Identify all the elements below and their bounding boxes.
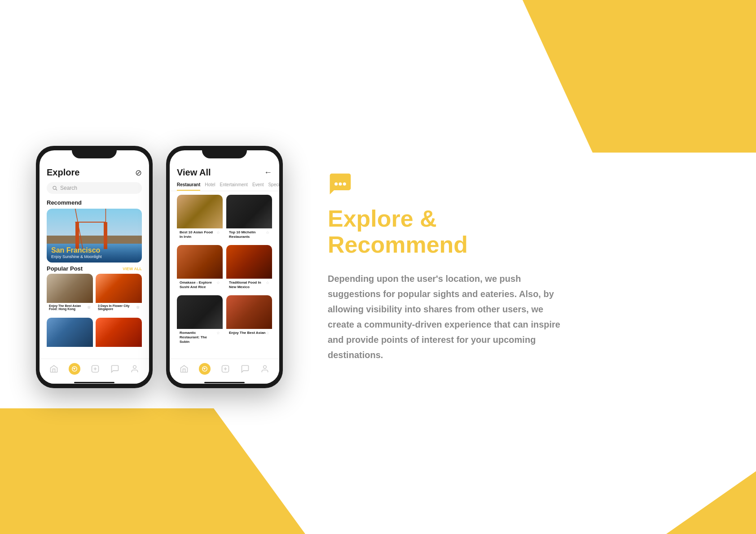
recommend-label: Recommend bbox=[40, 197, 149, 209]
bottom-nav-explore bbox=[40, 359, 149, 382]
grid-star-1: ☆ bbox=[216, 230, 220, 235]
grid-card-romantic-image bbox=[177, 295, 223, 329]
nav-profile-icon[interactable] bbox=[130, 364, 140, 374]
nav-home-icon[interactable] bbox=[49, 364, 59, 374]
home-indicator-line-2 bbox=[204, 382, 245, 383]
tab-special[interactable]: Special bbox=[268, 180, 279, 191]
grid-card-michelin-image bbox=[226, 195, 272, 228]
popular-card-1-image bbox=[47, 274, 93, 303]
grid-card-omakase[interactable]: Omakase - Explore Sushi And Rice ☆ bbox=[177, 245, 223, 292]
svg-point-16 bbox=[264, 365, 267, 368]
nav-add-icon[interactable] bbox=[90, 364, 100, 374]
popular-grid: Enjoy The Best Asian Food: Hong Kong ☆ 3… bbox=[40, 274, 149, 359]
grid-card-traditional-label: Traditional Food In New Mexico bbox=[229, 280, 266, 290]
grid-card-romantic-label: Romantic Restaurant: The Subin bbox=[180, 331, 216, 345]
grid-card-asian-text: Best 10 Asian Food In Irvin ☆ bbox=[177, 228, 223, 241]
popular-card-3-text bbox=[47, 347, 93, 350]
explore-title: Explore bbox=[47, 167, 79, 178]
popular-card-4-text bbox=[96, 347, 142, 350]
recommend-city: San Francisco bbox=[51, 246, 137, 254]
grid-card-asian-image bbox=[177, 195, 223, 228]
tabs-row: Restaurant Hotel Entertainment Event Spe… bbox=[170, 180, 279, 191]
nav-explore-icon-active-2[interactable] bbox=[199, 363, 211, 375]
popular-card-2-image bbox=[96, 274, 142, 303]
grid-card-romantic-text: Romantic Restaurant: The Subin ☆ bbox=[177, 329, 223, 346]
recommend-overlay: San Francisco Enjoy Sunshine & Moonlight bbox=[47, 243, 142, 263]
edit-icon[interactable]: ⊘ bbox=[135, 168, 142, 178]
nav-add-icon-2[interactable] bbox=[220, 364, 230, 374]
grid-star-2: ☆ bbox=[266, 230, 269, 235]
grid-card-traditional-image bbox=[226, 245, 272, 279]
popular-post-header: Popular Post VIEW ALL bbox=[40, 263, 149, 274]
svg-point-17 bbox=[334, 183, 338, 186]
nav-profile-icon-2[interactable] bbox=[260, 364, 270, 374]
grid-card-traditional-text: Traditional Food In New Mexico ☆ bbox=[226, 279, 272, 292]
tab-event[interactable]: Event bbox=[252, 180, 264, 191]
search-bar[interactable]: Search bbox=[47, 182, 142, 194]
grid-star-4: ☆ bbox=[266, 280, 269, 285]
grid-card-traditional[interactable]: Traditional Food In New Mexico ☆ bbox=[226, 245, 272, 292]
grid-card-michelin-text: Top 10 Michelin Restaurants ☆ bbox=[226, 228, 272, 241]
popular-card-2[interactable]: 3 Days In Flower City Singapore ☆ bbox=[96, 274, 142, 314]
star-icon-1: ☆ bbox=[87, 305, 91, 310]
section-heading: Explore & Recommend bbox=[328, 206, 561, 257]
svg-marker-6 bbox=[72, 368, 76, 370]
grid-card-asian[interactable]: Best 10 Asian Food In Irvin ☆ bbox=[177, 195, 223, 241]
popular-card-4[interactable] bbox=[96, 318, 142, 358]
grid-card-omakase-label: Omakase - Explore Sushi And Rice bbox=[180, 280, 216, 290]
grid-card-michelin-label: Top 10 Michelin Restaurants bbox=[229, 230, 266, 240]
home-indicator-line-1 bbox=[74, 382, 114, 383]
grid-card-asian-label: Best 10 Asian Food In Irvin bbox=[180, 230, 216, 240]
nav-home-icon-2[interactable] bbox=[179, 364, 189, 374]
explore-header: Explore ⊘ bbox=[40, 150, 149, 180]
grid-card-romantic[interactable]: Romantic Restaurant: The Subin ☆ bbox=[177, 295, 223, 346]
svg-marker-12 bbox=[202, 368, 206, 370]
svg-line-1 bbox=[56, 189, 57, 190]
popular-card-4-image bbox=[96, 318, 142, 347]
tab-entertainment[interactable]: Entertainment bbox=[220, 180, 248, 191]
section-body: Depending upon the user's location, we p… bbox=[328, 271, 561, 363]
recommend-subtitle: Enjoy Sunshine & Moonlight bbox=[51, 254, 137, 259]
phone-viewall-screen: View All ← Restaurant Hotel Entertainmen… bbox=[170, 150, 279, 384]
grid-card-michelin[interactable]: Top 10 Michelin Restaurants ☆ bbox=[226, 195, 272, 241]
star-icon-2: ☆ bbox=[136, 305, 140, 310]
svg-point-0 bbox=[53, 186, 56, 189]
svg-point-19 bbox=[343, 183, 346, 186]
grid-card-omakase-text: Omakase - Explore Sushi And Rice ☆ bbox=[177, 279, 223, 292]
popular-card-1[interactable]: Enjoy The Best Asian Food: Hong Kong ☆ bbox=[47, 274, 93, 314]
popular-post-title: Popular Post bbox=[47, 265, 83, 272]
home-indicator-1 bbox=[40, 382, 149, 384]
view-all-button[interactable]: VIEW ALL bbox=[123, 267, 142, 271]
viewall-title: View All bbox=[177, 167, 211, 178]
quote-icon bbox=[328, 171, 561, 201]
phone-explore: Explore ⊘ Search Recommend bbox=[36, 146, 153, 388]
nav-chat-icon[interactable] bbox=[110, 364, 120, 374]
grid-card-enjoy-image bbox=[226, 295, 272, 329]
text-section: Explore & Recommend Depending upon the u… bbox=[310, 171, 579, 362]
popular-card-3-image bbox=[47, 318, 93, 347]
home-indicator-2 bbox=[170, 382, 279, 384]
popular-card-2-label: 3 Days In Flower City Singapore bbox=[98, 304, 136, 311]
grid-card-enjoy-label: Enjoy The Best Asian bbox=[229, 331, 266, 335]
svg-point-18 bbox=[339, 183, 342, 186]
recommend-card[interactable]: San Francisco Enjoy Sunshine & Moonlight bbox=[47, 209, 142, 263]
tab-hotel[interactable]: Hotel bbox=[205, 180, 215, 191]
search-placeholder-text: Search bbox=[60, 185, 77, 191]
back-icon[interactable]: ← bbox=[264, 168, 272, 177]
nav-explore-icon-active[interactable] bbox=[69, 363, 80, 375]
grid-card-enjoy[interactable]: Enjoy The Best Asian ☆ bbox=[226, 295, 272, 346]
viewall-grid: Best 10 Asian Food In Irvin ☆ Top 10 Mic… bbox=[170, 191, 279, 359]
tab-restaurant[interactable]: Restaurant bbox=[177, 180, 200, 191]
grid-card-omakase-image bbox=[177, 245, 223, 279]
main-content: Explore ⊘ Search Recommend bbox=[0, 0, 756, 534]
grid-star-5: ☆ bbox=[216, 331, 220, 335]
search-icon bbox=[52, 185, 57, 191]
popular-card-3[interactable] bbox=[47, 318, 93, 358]
popular-card-1-text: Enjoy The Best Asian Food: Hong Kong ☆ bbox=[47, 303, 93, 312]
nav-chat-icon-2[interactable] bbox=[240, 364, 250, 374]
popular-card-2-text: 3 Days In Flower City Singapore ☆ bbox=[96, 303, 142, 312]
popular-card-1-label: Enjoy The Best Asian Food: Hong Kong bbox=[49, 304, 87, 311]
phone-explore-screen: Explore ⊘ Search Recommend bbox=[40, 150, 149, 384]
grid-card-enjoy-text: Enjoy The Best Asian ☆ bbox=[226, 329, 272, 337]
svg-point-10 bbox=[133, 365, 136, 368]
